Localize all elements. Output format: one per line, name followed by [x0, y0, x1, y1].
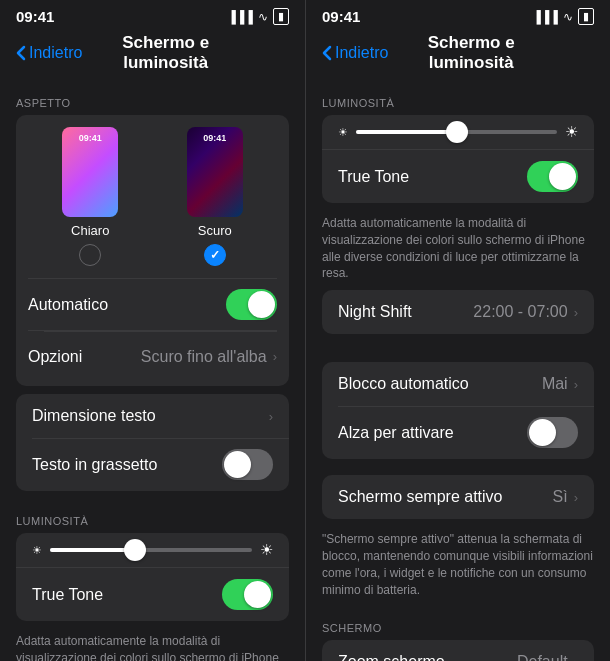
blocco-automatico-row[interactable]: Blocco automatico Mai › — [322, 362, 594, 406]
brightness-low-icon-right: ☀ — [338, 126, 348, 139]
opzioni-row[interactable]: Opzioni Scuro fino all'alba › — [28, 330, 277, 374]
blocco-chevron: › — [574, 377, 578, 392]
testo-grassetto-label: Testo in grassetto — [32, 456, 222, 474]
brightness-track-left[interactable] — [50, 548, 252, 552]
back-button-right[interactable]: Indietro — [322, 44, 388, 62]
night-shift-chevron-right: › — [574, 305, 578, 320]
aspetto-section-label: ASPETTO — [0, 81, 305, 115]
brightness-slider-left[interactable]: ☀ ☀ — [16, 533, 289, 567]
dimensione-testo-label: Dimensione testo — [32, 407, 269, 425]
aspect-chiaro-option[interactable]: 09:41 Chiaro — [62, 127, 118, 266]
left-panel: 09:41 ▐▐▐ ∿ ▮ Indietro Schermo e luminos… — [0, 0, 305, 661]
aspect-scuro-option[interactable]: 09:41 Scuro — [187, 127, 243, 266]
true-tone-desc-right: Adatta automaticamente la modalità di vi… — [306, 211, 610, 290]
chiaro-time: 09:41 — [62, 133, 118, 143]
status-time-right: 09:41 — [322, 8, 360, 25]
right-panel: 09:41 ▐▐▐ ∿ ▮ Indietro Schermo e luminos… — [305, 0, 610, 661]
chevron-left-icon — [16, 45, 26, 61]
scuro-time: 09:41 — [187, 133, 243, 143]
wifi-icon-right: ∿ — [563, 10, 573, 24]
automatico-toggle[interactable] — [226, 289, 277, 320]
right-content: LUMINOSITÀ ☀ ☀ True Tone Adatta automati… — [306, 81, 610, 661]
alza-attivare-toggle[interactable] — [527, 417, 578, 448]
status-bar-left: 09:41 ▐▐▐ ∿ ▮ — [0, 0, 305, 29]
chiaro-label: Chiaro — [71, 223, 109, 238]
luminosita-section-label-right: LUMINOSITÀ — [306, 81, 610, 115]
dimensione-chevron: › — [269, 409, 273, 424]
blocco-automatico-value: Mai — [542, 375, 568, 393]
aspetto-card: 09:41 Chiaro 09:41 Scuro Automatico — [16, 115, 289, 386]
alza-attivare-label: Alza per attivare — [338, 424, 527, 442]
schermo-sempre-desc: "Schermo sempre attivo" attenua la scher… — [306, 527, 610, 606]
schermo-sempre-chevron: › — [574, 490, 578, 505]
zoom-value: Default — [517, 653, 568, 661]
zoom-card: Zoom schermo Default › — [322, 640, 594, 661]
aspect-options: 09:41 Chiaro 09:41 Scuro — [28, 127, 277, 266]
nav-bar-right: Indietro Schermo e luminosità — [306, 29, 610, 81]
opzioni-value: Scuro fino all'alba — [141, 348, 267, 366]
chiaro-preview: 09:41 — [62, 127, 118, 217]
true-tone-desc-left: Adatta automaticamente la modalità di vi… — [0, 629, 305, 661]
signal-icon: ▐▐▐ — [227, 10, 253, 24]
night-shift-value-right: 22:00 - 07:00 — [473, 303, 567, 321]
testo-grassetto-row: Testo in grassetto — [16, 438, 289, 491]
true-tone-label-right: True Tone — [338, 168, 527, 186]
nav-bar-left: Indietro Schermo e luminosità — [0, 29, 305, 81]
schermo-sempre-label: Schermo sempre attivo — [338, 488, 553, 506]
opzioni-chevron: › — [273, 349, 277, 364]
brightness-high-icon-right: ☀ — [565, 123, 578, 141]
brightness-high-icon: ☀ — [260, 541, 273, 559]
alza-attivare-row: Alza per attivare — [322, 406, 594, 459]
night-shift-row-right[interactable]: Night Shift 22:00 - 07:00 › — [322, 290, 594, 334]
zoom-chevron: › — [574, 655, 578, 661]
night-shift-label-right: Night Shift — [338, 303, 473, 321]
page-title-left: Schermo e luminosità — [82, 33, 249, 73]
text-card: Dimensione testo › Testo in grassetto — [16, 394, 289, 491]
automatico-row: Automatico — [28, 278, 277, 322]
status-icons-right: ▐▐▐ ∿ ▮ — [532, 8, 594, 25]
scuro-radio[interactable] — [204, 244, 226, 266]
true-tone-toggle-left[interactable] — [222, 579, 273, 610]
status-icons-left: ▐▐▐ ∿ ▮ — [227, 8, 289, 25]
dimensione-testo-row[interactable]: Dimensione testo › — [16, 394, 289, 438]
page-title-right: Schermo e luminosità — [388, 33, 554, 73]
chevron-left-icon-right — [322, 45, 332, 61]
battery-icon: ▮ — [273, 8, 289, 25]
status-bar-right: 09:41 ▐▐▐ ∿ ▮ — [306, 0, 610, 29]
chiaro-radio[interactable] — [79, 244, 101, 266]
true-tone-row-left: True Tone — [16, 567, 289, 621]
battery-icon-right: ▮ — [578, 8, 594, 25]
true-tone-toggle-right[interactable] — [527, 161, 578, 192]
left-content: ASPETTO 09:41 Chiaro 09:41 Scuro — [0, 81, 305, 661]
brightness-slider-right[interactable]: ☀ ☀ — [322, 115, 594, 149]
zoom-label: Zoom schermo — [338, 653, 517, 661]
blocco-card: Blocco automatico Mai › Alza per attivar… — [322, 362, 594, 459]
automatico-label: Automatico — [28, 296, 226, 314]
blocco-automatico-label: Blocco automatico — [338, 375, 542, 393]
wifi-icon: ∿ — [258, 10, 268, 24]
schermo-sempre-row[interactable]: Schermo sempre attivo Sì › — [322, 475, 594, 519]
scuro-label: Scuro — [198, 223, 232, 238]
true-tone-label-left: True Tone — [32, 586, 222, 604]
schermo-sempre-value: Sì — [553, 488, 568, 506]
luminosita-card-left: ☀ ☀ True Tone — [16, 533, 289, 621]
opzioni-label: Opzioni — [28, 348, 141, 366]
testo-grassetto-toggle[interactable] — [222, 449, 273, 480]
luminosita-card-right: ☀ ☀ True Tone — [322, 115, 594, 203]
luminosita-section-label-left: LUMINOSITÀ — [0, 499, 305, 533]
zoom-row[interactable]: Zoom schermo Default › — [322, 640, 594, 661]
schermo-section-label: SCHERMO — [306, 606, 610, 640]
signal-icon-right: ▐▐▐ — [532, 10, 558, 24]
schermo-sempre-card: Schermo sempre attivo Sì › — [322, 475, 594, 519]
brightness-track-right[interactable] — [356, 130, 557, 134]
true-tone-row-right: True Tone — [322, 149, 594, 203]
back-button-left[interactable]: Indietro — [16, 44, 82, 62]
brightness-low-icon: ☀ — [32, 544, 42, 557]
scuro-preview: 09:41 — [187, 127, 243, 217]
status-time-left: 09:41 — [16, 8, 54, 25]
night-shift-card-right: Night Shift 22:00 - 07:00 › — [322, 290, 594, 334]
